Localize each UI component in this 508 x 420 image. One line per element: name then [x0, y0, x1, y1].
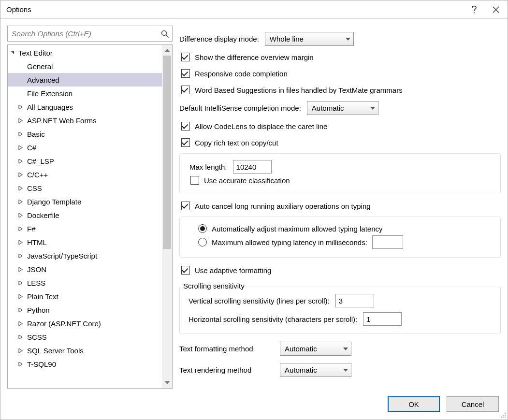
intellisense-mode-label: Default IntelliSense completion mode: — [179, 104, 301, 112]
tree-label: ASP.NET Web Forms — [27, 116, 96, 125]
tree-item[interactable]: Python — [8, 303, 162, 317]
search-box[interactable] — [7, 26, 173, 42]
search-input[interactable] — [8, 26, 158, 41]
radio-label: Maximum allowed typing latency in millis… — [212, 238, 367, 246]
codelens-displace-checkbox[interactable]: Allow CodeLens to displace the caret lin… — [181, 122, 501, 130]
help-button[interactable] — [463, 1, 485, 18]
tree-item[interactable]: F# — [8, 222, 162, 235]
tree-item[interactable]: HTML — [8, 235, 162, 249]
tree-item[interactable]: Razor (ASP.NET Core) — [8, 317, 162, 330]
expand-icon — [18, 145, 27, 150]
formatting-method-label: Text formatting method — [179, 345, 274, 353]
vscroll-label: Vertical scrolling sensitivity (lines pe… — [189, 297, 330, 305]
tree-item-file-extension[interactable]: File Extension — [8, 87, 162, 100]
responsive-completion-checkbox[interactable]: Responsive code completion — [181, 69, 501, 78]
tree-item-advanced[interactable]: Advanced — [8, 73, 162, 87]
tree-item[interactable]: T-SQL90 — [8, 357, 162, 371]
tree-item[interactable]: C#_LSP — [8, 154, 162, 168]
category-tree[interactable]: Text Editor General Advanced File Extens… — [8, 45, 162, 388]
vscroll-input[interactable] — [335, 294, 374, 307]
scrolling-sensitivity-group: Scrolling sensitivity Vertical scrolling… — [179, 287, 501, 334]
radio-max-latency[interactable]: Maximum allowed typing latency in millis… — [198, 235, 494, 249]
tree-item[interactable]: JavaScript/TypeScript — [8, 249, 162, 262]
scroll-up-button[interactable] — [162, 45, 172, 56]
tree-label: HTML — [27, 238, 47, 246]
checkbox-label: Use accurate classification — [204, 176, 290, 185]
tree-item[interactable]: Django Template — [8, 195, 162, 208]
tree-item[interactable]: Dockerfile — [8, 208, 162, 222]
tree-label: Advanced — [27, 76, 59, 84]
checkbox-label: Show the difference overview margin — [195, 53, 314, 61]
tree-label: C# — [27, 144, 36, 152]
tree-item-general[interactable]: General — [8, 59, 162, 73]
tree-label: Django Template — [27, 198, 81, 206]
sidebar: Text Editor General Advanced File Extens… — [7, 26, 173, 389]
scroll-thumb[interactable] — [163, 56, 171, 249]
window-title: Options — [6, 5, 463, 14]
tree-item[interactable]: C/C++ — [8, 168, 162, 181]
svg-point-7 — [505, 417, 506, 418]
resize-grip-icon[interactable] — [499, 411, 507, 419]
rendering-method-dropdown[interactable]: Automatic — [280, 363, 351, 377]
expand-icon — [18, 173, 27, 177]
tree-item[interactable]: JSON — [8, 262, 162, 276]
scroll-down-button[interactable] — [162, 377, 172, 388]
radio-auto-latency[interactable]: Automatically adjust maximum allowed typ… — [198, 224, 494, 233]
tree-label: Dockerfile — [27, 211, 59, 219]
cancel-button[interactable]: Cancel — [447, 396, 499, 412]
checkbox-icon — [181, 138, 190, 147]
tree-root-text-editor[interactable]: Text Editor — [8, 46, 162, 59]
close-button[interactable] — [485, 1, 507, 18]
radio-label: Automatically adjust maximum allowed typ… — [212, 225, 383, 233]
hscroll-input[interactable] — [363, 312, 402, 326]
max-latency-input[interactable] — [372, 235, 403, 249]
options-dialog: Options — [0, 0, 508, 420]
tree-label: JSON — [27, 265, 46, 274]
copy-rich-text-group: Max length: Use accurate classification — [179, 153, 501, 193]
tree-label: Text Editor — [18, 49, 53, 57]
tree-label: LESS — [27, 279, 45, 287]
expand-icon — [18, 240, 27, 245]
dropdown-value: Whole line — [270, 35, 304, 43]
tree-scrollbar[interactable] — [162, 45, 172, 388]
expand-icon — [18, 335, 27, 339]
auto-cancel-checkbox[interactable]: Auto cancel long running auxiliary opera… — [181, 202, 501, 210]
intellisense-mode-dropdown[interactable]: Automatic — [307, 101, 378, 115]
tree-item[interactable]: C# — [8, 141, 162, 154]
expand-icon — [18, 348, 27, 353]
max-length-input[interactable] — [233, 160, 272, 174]
checkbox-icon — [181, 86, 190, 94]
tree-label: T-SQL90 — [27, 360, 56, 368]
tree-item[interactable]: All Languages — [8, 100, 162, 114]
chevron-down-icon — [343, 348, 348, 350]
tree-item[interactable]: SCSS — [8, 330, 162, 344]
ok-button[interactable]: OK — [388, 396, 440, 412]
tree-item[interactable]: SQL Server Tools — [8, 344, 162, 357]
tree-item[interactable]: LESS — [8, 276, 162, 290]
diff-mode-dropdown[interactable]: Whole line — [265, 32, 354, 46]
expand-icon — [18, 186, 27, 190]
show-overview-checkbox[interactable]: Show the difference overview margin — [181, 53, 501, 61]
close-icon — [493, 6, 499, 13]
tree-label: Basic — [27, 130, 45, 138]
search-icon — [158, 29, 172, 38]
tree-item[interactable]: CSS — [8, 181, 162, 195]
adaptive-formatting-checkbox[interactable]: Use adaptive formatting — [181, 266, 501, 275]
accurate-classification-checkbox[interactable]: Use accurate classification — [190, 176, 494, 185]
radio-icon — [198, 224, 207, 233]
copy-rich-text-checkbox[interactable]: Copy rich text on copy/cut — [181, 138, 501, 147]
tree-item[interactable]: Basic — [8, 127, 162, 141]
formatting-method-dropdown[interactable]: Automatic — [280, 342, 351, 356]
checkbox-label: Allow CodeLens to displace the caret lin… — [195, 122, 327, 130]
expand-icon — [18, 213, 27, 217]
wordbased-suggestions-checkbox[interactable]: Word Based Suggestions in files handled … — [181, 86, 501, 94]
tree-item[interactable]: Plain Text — [8, 290, 162, 303]
tree-item[interactable]: ASP.NET Web Forms — [8, 114, 162, 127]
chevron-down-icon — [346, 38, 350, 41]
expand-icon — [18, 294, 27, 299]
checkbox-label: Word Based Suggestions in files handled … — [195, 86, 403, 94]
expand-icon — [18, 200, 27, 204]
scroll-track[interactable] — [162, 56, 172, 377]
tree-label: Plain Text — [27, 292, 58, 301]
expand-icon — [18, 308, 27, 312]
